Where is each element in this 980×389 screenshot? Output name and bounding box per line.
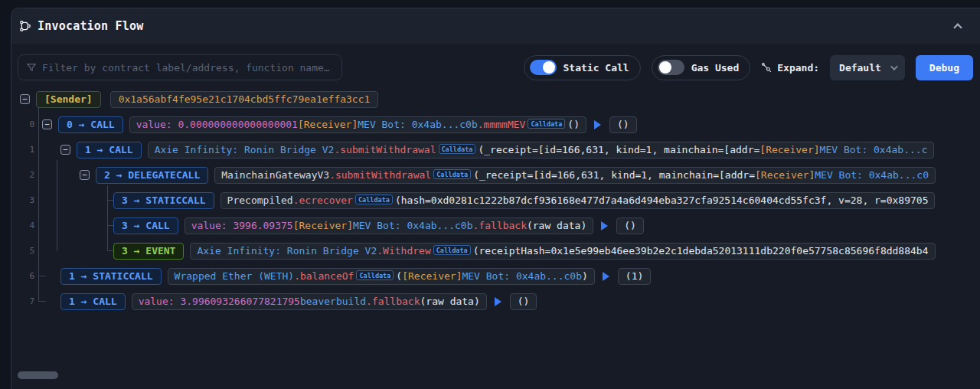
param-text: (): [567, 119, 580, 130]
content-badge[interactable]: value: 0.000000000000000001 [Receiver] M…: [129, 116, 586, 133]
row-index: 2: [11, 170, 34, 180]
play-triangle-icon[interactable]: [594, 120, 601, 129]
trace-row: 2 − 2 → DELEGATECALL MainchainGatewayV3.…: [11, 162, 980, 188]
contract-name: MEV Bot: 0x4ab...c0b: [353, 220, 473, 231]
flow-icon: [19, 20, 31, 32]
toggle-track-off: [658, 60, 684, 75]
calldata-badge[interactable]: Calldata: [355, 194, 393, 204]
content-badge[interactable]: Axie Infinity: Ronin Bridge V2.submitWit…: [148, 142, 935, 159]
horizontal-scrollbar-thumb[interactable]: [18, 371, 58, 379]
row-index: 6: [11, 271, 34, 281]
funnel-icon: [26, 62, 37, 73]
row-index: 7: [11, 296, 34, 306]
result-badge[interactable]: (): [510, 293, 537, 310]
expander[interactable]: −: [80, 170, 90, 180]
toolbar: Static Call Gas Used Expand: Default Deb…: [18, 54, 973, 80]
call-type-badge[interactable]: 1 → STATICCALL: [60, 268, 162, 285]
trace-tree: − [Sender] 0x1a56abf4fe95e21c1704cbd5ffc…: [11, 87, 980, 314]
content-badge[interactable]: Precompiled.ecrecoverCalldata(hash=0xd02…: [220, 192, 936, 209]
chevron-up-icon: [953, 23, 962, 31]
toggle-track-on: [530, 60, 557, 75]
static-call-label: Static Call: [564, 62, 629, 74]
expand-mode-value: Default: [839, 62, 881, 74]
calldata-badge[interactable]: Calldata: [439, 144, 476, 154]
address-tag: [Receiver]: [293, 220, 353, 231]
collapse-panel-button[interactable]: [951, 18, 966, 34]
toggle-knob: [659, 61, 671, 74]
calldata-badge[interactable]: Calldata: [356, 270, 394, 280]
play-triangle-icon[interactable]: [603, 272, 609, 281]
play-triangle-icon[interactable]: [601, 221, 608, 230]
function-name: .submitWithdrawal: [334, 144, 436, 155]
result-badge[interactable]: (1): [618, 268, 651, 285]
expander[interactable]: −: [20, 94, 30, 104]
row-index: 1: [11, 145, 34, 155]
calldata-badge[interactable]: Calldata: [528, 119, 565, 129]
chevron-down-icon: [890, 63, 898, 70]
expander[interactable]: −: [60, 145, 70, 155]
trace-row: 5 3 → EVENT Axie Infinity: Ronin Bridge …: [11, 238, 980, 263]
call-type-badge[interactable]: 2 → DELEGATECALL: [96, 167, 208, 184]
row-index: 5: [11, 246, 34, 256]
toggle-knob: [543, 61, 555, 74]
contract-name: MEV Bot: 0x4ab...c0b: [358, 119, 478, 130]
expand-group: Expand:: [761, 62, 819, 74]
filter-input[interactable]: [42, 62, 334, 74]
static-call-toggle[interactable]: Static Call: [524, 55, 641, 80]
call-type-badge[interactable]: 1 → CALL: [77, 142, 142, 159]
sender-badge: [Sender]: [36, 91, 101, 108]
trace-row: 4 3 → CALL value: 3996.09375 [Receiver] …: [11, 213, 980, 238]
param-text: (raw data): [420, 296, 480, 307]
title-wrap: Invocation Flow: [19, 19, 143, 33]
param-text: ): [582, 270, 588, 282]
function-name: .fallback: [473, 220, 527, 231]
panel-header: Invocation Flow: [11, 8, 980, 44]
function-name: .ecrecover: [293, 194, 353, 206]
value-text: value: 3996.09375: [191, 220, 293, 231]
function-name: .balanceOf: [294, 270, 354, 282]
invocation-flow-panel: Invocation Flow Static Call Gas Used: [11, 8, 980, 389]
address-tag: [Receiver]: [760, 144, 819, 155]
content-badge[interactable]: Axie Infinity: Ronin Bridge V2.WithdrewC…: [190, 243, 935, 260]
toolbar-right: Static Call Gas Used Expand: Default Deb…: [524, 55, 973, 80]
trace-row: 7 1 → CALL value: 3.996093266077821795 b…: [11, 289, 980, 314]
contract-name: Axie Infinity: Ronin Bridge V2: [197, 245, 377, 257]
content-badge[interactable]: value: 3.996093266077821795 beaverbuild.…: [132, 293, 487, 310]
result-badge[interactable]: (): [609, 116, 637, 133]
content-badge[interactable]: MainchainGatewayV3.submitWithdrawalCalld…: [214, 167, 936, 184]
function-name: .Withdrew: [377, 245, 430, 257]
content-badge[interactable]: Wrapped Ether (WETH).balanceOfCalldata([…: [168, 268, 595, 285]
row-index: 4: [11, 221, 34, 230]
call-type-badge[interactable]: 3 → CALL: [113, 217, 178, 234]
function-name: .mmmmMEV: [478, 119, 526, 130]
gas-used-label: Gas Used: [691, 62, 740, 74]
contract-name: Wrapped Ether (WETH): [175, 270, 295, 282]
param-text: (: [396, 270, 402, 282]
address-tag: [Receiver]: [755, 169, 815, 181]
calldata-badge[interactable]: Calldata: [433, 169, 471, 179]
call-type-badge[interactable]: 1 → CALL: [60, 293, 126, 310]
trace-row: 3 3 → STATICCALL Precompiled.ecrecoverCa…: [11, 188, 980, 213]
row-index: 0: [11, 119, 34, 129]
expand-mode-dropdown[interactable]: Default: [830, 55, 905, 80]
gas-used-toggle[interactable]: Gas Used: [652, 55, 751, 80]
expander[interactable]: −: [42, 119, 52, 129]
row-index: 3: [11, 195, 34, 205]
param-text: (receiptHash=0x1e5e99eb46ee39b2e2c1debda…: [473, 245, 929, 257]
param-text: (_receipt=[id=166,631, kind=1, mainchain…: [478, 144, 760, 155]
page-title: Invocation Flow: [38, 19, 143, 33]
expand-label: Expand:: [777, 62, 819, 74]
call-type-badge[interactable]: 3 → STATICCALL: [113, 192, 214, 209]
contract-name: MainchainGatewayV3: [221, 169, 329, 181]
sender-row: − [Sender] 0x1a56abf4fe95e21c1704cbd5ffc…: [11, 87, 980, 112]
play-triangle-icon[interactable]: [495, 297, 501, 306]
result-badge[interactable]: (): [616, 217, 644, 234]
calldata-badge[interactable]: Calldata: [433, 245, 471, 255]
content-badge[interactable]: value: 3996.09375 [Receiver] MEV Bot: 0x…: [185, 217, 594, 234]
address-tag: [Receiver]: [298, 119, 358, 130]
debug-button[interactable]: Debug: [916, 55, 973, 80]
sender-address-badge[interactable]: 0x1a56abf4fe95e21c1704cbd5ffc79ea1effa3c…: [110, 91, 379, 108]
call-type-badge[interactable]: 0 → CALL: [58, 116, 123, 133]
call-type-badge[interactable]: 3 → EVENT: [113, 243, 184, 260]
param-text: (_receipt=[id=166,631, kind=1, mainchain…: [473, 169, 755, 181]
